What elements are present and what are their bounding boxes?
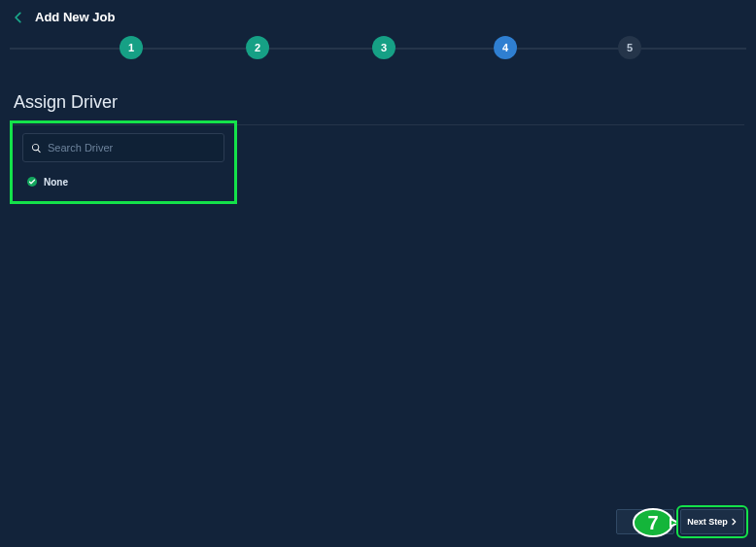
driver-option-none[interactable]: None [22, 176, 224, 188]
assign-driver-panel-highlight: None [10, 120, 237, 204]
step-1-label: 1 [128, 42, 134, 53]
step-1[interactable]: 1 [120, 36, 143, 59]
step-2[interactable]: 2 [246, 36, 269, 59]
page-title: Add New Job [35, 10, 115, 24]
section-title: Assign Driver [0, 75, 756, 124]
svg-marker-2 [670, 519, 678, 527]
search-icon [31, 143, 42, 154]
chevron-right-icon [730, 518, 738, 526]
annotation-callout-number: 7 [647, 512, 658, 533]
check-circle-icon [26, 176, 38, 188]
step-5-label: 5 [627, 42, 633, 53]
next-step-label: Next Step [687, 517, 728, 527]
page-header: Add New Job [0, 0, 756, 36]
search-driver-input[interactable] [48, 142, 216, 154]
step-indicator: 1 2 3 4 5 [0, 36, 756, 75]
driver-option-none-label: None [44, 177, 68, 188]
back-arrow-icon[interactable] [12, 11, 25, 24]
step-4[interactable]: 4 [494, 36, 517, 59]
step-4-label: 4 [502, 42, 508, 53]
step-3-label: 3 [381, 42, 387, 53]
search-driver-field[interactable] [22, 133, 224, 162]
next-step-button[interactable]: Next Step [680, 509, 744, 534]
step-3[interactable]: 3 [372, 36, 395, 59]
step-5[interactable]: 5 [618, 36, 641, 59]
annotation-callout-7: 7 [632, 506, 678, 543]
step-2-label: 2 [255, 42, 260, 53]
